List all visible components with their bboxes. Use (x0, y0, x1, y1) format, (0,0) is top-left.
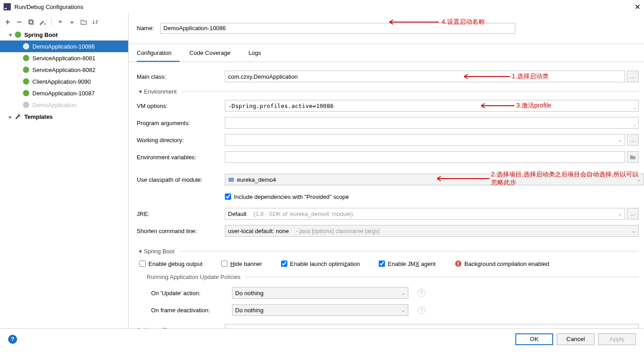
tree-item-demo-10087[interactable]: DemoApplication-10087 (0, 87, 128, 99)
annotation-4: 4.设置启动名称 (385, 18, 485, 26)
tree-toolbar: ▾ (0, 15, 128, 29)
update-policies-section: Running Application Update Policies On '… (147, 274, 644, 318)
include-deps-checkbox[interactable]: Include dependencies with "Provided" sco… (225, 193, 349, 200)
spring-icon (14, 31, 22, 38)
folder-button[interactable] (79, 17, 89, 27)
remove-button[interactable] (14, 17, 24, 27)
browse-env-vars-button[interactable] (627, 151, 639, 163)
title-bar: Run/Debug Configurations ✕ (0, 0, 644, 13)
warning-icon (455, 260, 462, 267)
chevron-down-icon: ⌄ (631, 228, 635, 234)
browse-jre-button[interactable]: … (627, 208, 639, 220)
svg-rect-0 (4, 3, 11, 10)
edit-defaults-button[interactable]: ▾ (38, 17, 48, 27)
tree-item-demo-disabled[interactable]: DemoApplication (0, 99, 128, 111)
chevron-down-icon: ⌄ (618, 137, 622, 143)
expand-icon: ▾ (7, 31, 13, 38)
svg-rect-2 (17, 22, 22, 22)
tree-root-spring-boot[interactable]: ▾ Spring Boot (0, 29, 128, 40)
svg-point-8 (23, 67, 29, 73)
browse-main-class-button[interactable]: … (627, 71, 639, 82)
env-vars-input[interactable] (225, 151, 625, 163)
launch-opt-checkbox[interactable]: Enable launch optimization (281, 261, 360, 267)
include-deps-row: Include dependencies with "Provided" sco… (137, 189, 644, 205)
svg-rect-4 (30, 21, 33, 24)
chevron-down-icon: ⌄ (637, 177, 641, 183)
form-body: Main class: 1.选择启动类 … ▾ Environment VM o… (129, 62, 644, 328)
sort-button[interactable] (90, 17, 100, 27)
copy-button[interactable] (26, 17, 36, 27)
tab-configuration[interactable]: Configuration (137, 45, 179, 62)
close-icon[interactable]: ✕ (635, 3, 640, 11)
svg-point-11 (23, 102, 29, 108)
chevron-down-icon: ▾ (137, 88, 144, 95)
ok-button[interactable]: OK (515, 333, 553, 345)
spring-icon (22, 90, 30, 97)
spring-icon (22, 78, 30, 85)
dialog-footer: ? OK Cancel Apply (0, 328, 644, 349)
svg-point-7 (23, 55, 29, 61)
tree-templates[interactable]: ▸ Templates (0, 111, 128, 122)
chevron-down-icon: ⌄ (618, 211, 622, 217)
name-label: Name: (137, 25, 154, 31)
enable-debug-checkbox[interactable]: Enable debug output (139, 261, 202, 267)
chevron-down-icon: ⌄ (401, 290, 405, 296)
on-deactivation-row: On frame deactivation: Do nothing⌄ ? (147, 302, 644, 318)
spring-icon (22, 54, 30, 62)
spring-icon (22, 43, 30, 50)
apply-button[interactable]: Apply (598, 333, 636, 345)
shorten-select[interactable]: user-local default: none - java [options… (225, 225, 639, 237)
program-args-input[interactable] (225, 117, 639, 129)
chevron-down-icon: ⌄ (401, 307, 405, 313)
vm-options-input[interactable] (225, 100, 639, 112)
tree-item-client-9090[interactable]: ClientApplication-9090 (0, 76, 128, 87)
window-title: Run/Debug Configurations (14, 4, 83, 10)
active-profiles-input[interactable] (225, 324, 639, 328)
svg-point-9 (23, 78, 29, 85)
module-icon (228, 176, 234, 183)
spring-icon (22, 66, 30, 73)
svg-point-10 (23, 90, 29, 96)
tab-logs[interactable]: Logs (248, 45, 269, 62)
spring-boot-options: Enable debug output Hide banner Enable l… (137, 257, 644, 270)
tree-item-demo-10086[interactable]: DemoApplication-10086 (0, 40, 128, 52)
jmx-checkbox[interactable]: Enable JMX agent (379, 261, 435, 267)
environment-section-header[interactable]: ▾ Environment (137, 88, 639, 95)
tree-item-service-8081[interactable]: ServiceApplication-8081 (0, 52, 128, 64)
help-icon[interactable]: ? (417, 289, 425, 297)
chevron-down-icon: ▾ (137, 248, 144, 255)
move-up-button[interactable] (55, 17, 65, 27)
help-button[interactable]: ? (8, 335, 17, 344)
cancel-button[interactable]: Cancel (557, 333, 595, 345)
svg-rect-15 (458, 265, 459, 265)
program-args-row: Program arguments: ⤢ (137, 115, 644, 131)
help-icon[interactable]: ? (417, 306, 425, 314)
on-deactivation-select[interactable]: Do nothing⌄ (232, 304, 408, 316)
on-update-row: On 'Update' action: Do nothing⌄ ? (147, 285, 644, 301)
spring-boot-section-header[interactable]: ▾ Spring Boot (137, 248, 639, 255)
config-content: Name: 4.设置启动名称 Share Allow parallel run … (129, 13, 644, 328)
tree-item-service-8082[interactable]: ServiceApplication-8082 (0, 64, 128, 76)
add-button[interactable] (3, 17, 13, 27)
classpath-select[interactable]: eureka_demo4 ⌄ (225, 174, 644, 185)
main-class-input[interactable] (225, 71, 625, 82)
working-dir-row: Working directory: ⌄ … (137, 132, 644, 148)
collapse-icon: ▸ (7, 113, 13, 120)
svg-rect-3 (29, 20, 32, 23)
wrench-icon (14, 113, 22, 120)
hide-banner-checkbox[interactable]: Hide banner (221, 261, 262, 267)
browse-working-dir-button[interactable]: … (627, 134, 639, 146)
shorten-row: Shorten command line: user-local default… (137, 223, 644, 239)
active-profiles-row: Active profiles: (137, 322, 644, 328)
tab-code-coverage[interactable]: Code Coverage (189, 45, 238, 62)
jre-row: JRE: Default (1.8 - SDK of 'eureka_demo4… (137, 206, 644, 222)
share-checkbox[interactable]: Share (522, 25, 644, 31)
move-down-button[interactable] (67, 17, 77, 27)
spring-icon (22, 101, 30, 108)
svg-rect-14 (458, 262, 459, 264)
working-dir-input[interactable]: ⌄ (225, 134, 625, 146)
jre-select[interactable]: Default (1.8 - SDK of 'eureka_demo4' mod… (225, 208, 625, 220)
config-tree-sidebar: ▾ ▾ Spring Boot DemoApplication-10086 Se… (0, 13, 129, 328)
on-update-select[interactable]: Do nothing⌄ (232, 287, 408, 299)
folder-icon (630, 154, 636, 160)
